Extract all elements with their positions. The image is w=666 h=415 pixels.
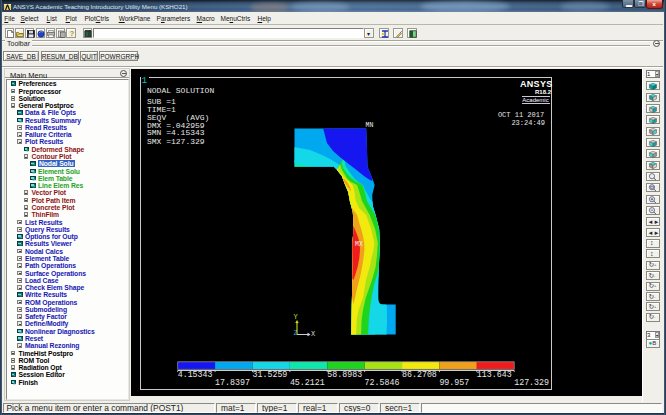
svg-text:Y: Y	[294, 313, 299, 321]
svg-text:MX: MX	[355, 241, 363, 248]
svg-text:MN: MN	[366, 122, 374, 129]
svg-text:X: X	[311, 330, 316, 338]
